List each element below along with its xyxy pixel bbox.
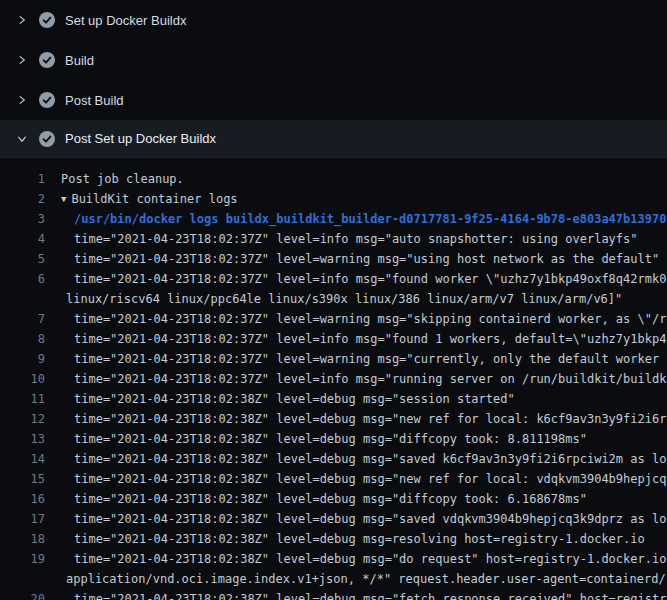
line-number[interactable]: 5	[0, 249, 45, 269]
line-number[interactable]: 12	[0, 409, 45, 429]
chevron-right-icon	[14, 12, 30, 28]
line-number[interactable]: 14	[0, 449, 45, 469]
line-number[interactable]: 17	[0, 509, 45, 529]
line-number[interactable]: 20	[0, 589, 45, 600]
log-lines: 1 Post job cleanup. 2 ▼BuildKit containe…	[0, 158, 667, 600]
log-line-text: Post job cleanup.	[45, 169, 184, 189]
line-number[interactable]: 2	[0, 189, 45, 209]
log-line: application/vnd.oci.image.index.v1+json,…	[0, 569, 667, 589]
log-group-toggle[interactable]: ▼BuildKit container logs	[45, 189, 238, 209]
log-line-text: time="2021-04-23T18:02:37Z" level=info m…	[45, 229, 638, 249]
log-line-text: time="2021-04-23T18:02:37Z" level=info m…	[45, 369, 667, 389]
log-line-text: time="2021-04-23T18:02:38Z" level=debug …	[45, 429, 587, 449]
log-line: linux/riscv64 linux/ppc64le linux/s390x …	[0, 289, 667, 309]
step-header-post-build[interactable]: Post Build	[0, 80, 667, 120]
line-number[interactable]: 6	[0, 269, 45, 289]
check-circle-icon	[38, 91, 56, 109]
log-line: 3 /usr/bin/docker logs buildx_buildkit_b…	[0, 209, 667, 229]
log-line-text: time="2021-04-23T18:02:38Z" level=debug …	[45, 529, 645, 549]
check-circle-icon	[38, 130, 56, 148]
log-line-text: time="2021-04-23T18:02:37Z" level=info m…	[45, 269, 667, 289]
step-label: Post Set up Docker Buildx	[65, 132, 216, 145]
line-number[interactable]: 1	[0, 169, 45, 189]
log-line-text: time="2021-04-23T18:02:38Z" level=debug …	[45, 409, 667, 429]
log-line-text: time="2021-04-23T18:02:38Z" level=debug …	[45, 549, 667, 569]
log-line: 13 time="2021-04-23T18:02:38Z" level=deb…	[0, 429, 667, 449]
log-line: 12 time="2021-04-23T18:02:38Z" level=deb…	[0, 409, 667, 429]
step-header-set-up-docker-buildx[interactable]: Set up Docker Buildx	[0, 0, 667, 40]
step-label: Post Build	[65, 94, 124, 107]
log-line: 11 time="2021-04-23T18:02:38Z" level=deb…	[0, 389, 667, 409]
line-number[interactable]: 8	[0, 329, 45, 349]
line-number[interactable]: 9	[0, 349, 45, 369]
log-line-text: time="2021-04-23T18:02:37Z" level=warnin…	[45, 309, 667, 329]
log-line: 8 time="2021-04-23T18:02:37Z" level=info…	[0, 329, 667, 349]
step-header-build[interactable]: Build	[0, 40, 667, 80]
step-label: Build	[65, 54, 94, 67]
step-label: Set up Docker Buildx	[65, 14, 186, 27]
log-line: 9 time="2021-04-23T18:02:37Z" level=warn…	[0, 349, 667, 369]
log-line-text: time="2021-04-23T18:02:38Z" level=debug …	[45, 449, 667, 469]
workflow-steps: Set up Docker Buildx Build Post Build Po…	[0, 0, 667, 158]
log-line: 17 time="2021-04-23T18:02:38Z" level=deb…	[0, 509, 667, 529]
chevron-right-icon	[14, 92, 30, 108]
log-line-text: time="2021-04-23T18:02:38Z" level=debug …	[45, 489, 587, 509]
chevron-right-icon	[14, 52, 30, 68]
log-line: 19 time="2021-04-23T18:02:38Z" level=deb…	[0, 549, 667, 569]
log-line: 15 time="2021-04-23T18:02:38Z" level=deb…	[0, 469, 667, 489]
log-line-text: time="2021-04-23T18:02:37Z" level=warnin…	[45, 249, 659, 269]
log-line-text: time="2021-04-23T18:02:38Z" level=debug …	[45, 389, 515, 409]
line-number[interactable]: 7	[0, 309, 45, 329]
log-line: 18 time="2021-04-23T18:02:38Z" level=deb…	[0, 529, 667, 549]
log-line-text: time="2021-04-23T18:02:37Z" level=info m…	[45, 329, 667, 349]
line-number[interactable]: 18	[0, 529, 45, 549]
line-number[interactable]: 13	[0, 429, 45, 449]
log-line: 2 ▼BuildKit container logs	[0, 189, 667, 209]
log-line: 1 Post job cleanup.	[0, 169, 667, 189]
line-number[interactable]: 3	[0, 209, 45, 229]
line-number[interactable]: 15	[0, 469, 45, 489]
log-line-text: time="2021-04-23T18:02:38Z" level=debug …	[45, 469, 667, 489]
check-circle-icon	[38, 51, 56, 69]
log-line-text: application/vnd.oci.image.index.v1+json,…	[45, 569, 667, 589]
log-line: 6 time="2021-04-23T18:02:37Z" level=info…	[0, 269, 667, 289]
log-line: 14 time="2021-04-23T18:02:38Z" level=deb…	[0, 449, 667, 469]
step-header-post-set-up-docker-buildx[interactable]: Post Set up Docker Buildx	[0, 120, 667, 158]
log-line: 4 time="2021-04-23T18:02:37Z" level=info…	[0, 229, 667, 249]
log-line-text: time="2021-04-23T18:02:38Z" level=debug …	[45, 509, 667, 529]
log-line: 20 time="2021-04-23T18:02:38Z" level=deb…	[0, 589, 667, 600]
log-line: 5 time="2021-04-23T18:02:37Z" level=warn…	[0, 249, 667, 269]
log-line-text: time="2021-04-23T18:02:38Z" level=debug …	[45, 589, 667, 600]
line-number[interactable]: 4	[0, 229, 45, 249]
line-number[interactable]: 16	[0, 489, 45, 509]
log-line: 7 time="2021-04-23T18:02:37Z" level=warn…	[0, 309, 667, 329]
log-line-text: time="2021-04-23T18:02:37Z" level=warnin…	[45, 349, 667, 369]
log-line: 10 time="2021-04-23T18:02:37Z" level=inf…	[0, 369, 667, 389]
line-number[interactable]: 11	[0, 389, 45, 409]
line-number[interactable]	[0, 289, 45, 309]
chevron-down-icon	[14, 131, 30, 147]
line-number[interactable]	[0, 569, 45, 589]
group-collapse-marker-icon: ▼	[61, 189, 66, 209]
check-circle-icon	[38, 11, 56, 29]
line-number[interactable]: 10	[0, 369, 45, 389]
log-line-text: linux/riscv64 linux/ppc64le linux/s390x …	[45, 289, 622, 309]
line-number[interactable]: 19	[0, 549, 45, 569]
log-line-text: /usr/bin/docker logs buildx_buildkit_bui…	[45, 209, 666, 229]
log-line: 16 time="2021-04-23T18:02:38Z" level=deb…	[0, 489, 667, 509]
